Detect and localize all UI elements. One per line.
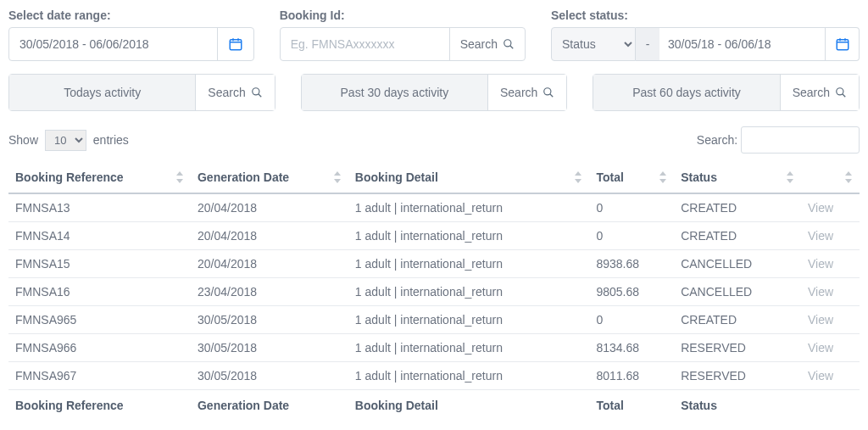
table-row: FMNSA96530/05/20181 adult | internationa… (8, 306, 860, 334)
sort-icon (574, 171, 582, 183)
status-date-input[interactable] (659, 27, 826, 61)
calendar-icon[interactable] (217, 28, 253, 60)
status-label: Select status: (551, 8, 860, 22)
cell-date: 23/04/2018 (191, 278, 348, 306)
cell-status: RESERVED (674, 334, 801, 362)
cell-detail: 1 adult | international_return (348, 362, 590, 390)
status-group: Status - (551, 27, 860, 61)
calendar-icon[interactable] (826, 27, 860, 61)
cell-detail: 1 adult | international_return (348, 250, 590, 278)
svg-point-1 (504, 40, 511, 47)
cell-ref: FMNSA967 (8, 362, 191, 390)
entries-control: Show 10 entries (8, 130, 129, 151)
view-link[interactable]: View (801, 362, 860, 390)
cell-total: 8938.68 (589, 250, 674, 278)
foot-generation-date: Generation Date (191, 390, 348, 422)
svg-point-4 (544, 88, 551, 95)
cell-status: RESERVED (674, 362, 801, 390)
foot-booking-reference: Booking Reference (8, 390, 191, 422)
cell-ref: FMNSA966 (8, 334, 191, 362)
cell-detail: 1 adult | international_return (348, 334, 590, 362)
booking-id-search-label: Search (460, 37, 498, 51)
cell-detail: 1 adult | international_return (348, 306, 590, 334)
search-icon (835, 87, 847, 98)
cell-status: CANCELLED (674, 250, 801, 278)
foot-status: Status (674, 390, 801, 422)
cell-total: 8011.68 (589, 362, 674, 390)
col-action[interactable] (801, 162, 860, 193)
search-icon (542, 87, 554, 98)
quick-60days-label: Past 60 days activity (593, 75, 779, 110)
quick-30days-label: Past 30 days activity (302, 75, 487, 110)
cell-total: 8134.68 (589, 334, 674, 362)
svg-rect-0 (230, 40, 242, 50)
foot-booking-detail: Booking Detail (348, 390, 590, 422)
svg-point-5 (837, 88, 843, 95)
date-range-group (8, 27, 254, 61)
cell-total: 0 (589, 306, 674, 334)
col-generation-date[interactable]: Generation Date (191, 162, 348, 193)
page-size-select[interactable]: 10 (45, 130, 86, 151)
table-row: FMNSA1320/04/20181 adult | international… (8, 193, 860, 222)
foot-total: Total (589, 390, 674, 422)
quick-30days-search[interactable]: Search (487, 75, 566, 110)
cell-ref: FMNSA965 (8, 306, 191, 334)
view-link[interactable]: View (801, 193, 860, 222)
sort-icon (175, 171, 184, 183)
booking-id-search-button[interactable]: Search (449, 28, 525, 60)
cell-status: CREATED (674, 306, 801, 334)
quick-60days: Past 60 days activity Search (593, 74, 860, 111)
cell-total: 0 (589, 222, 674, 250)
booking-id-input[interactable] (281, 28, 449, 60)
cell-status: CREATED (674, 222, 801, 250)
col-status[interactable]: Status (674, 162, 801, 193)
cell-ref: FMNSA15 (8, 250, 191, 278)
bookings-table: Booking Reference Generation Date Bookin… (8, 162, 860, 421)
cell-detail: 1 adult | international_return (348, 193, 590, 222)
quick-today-search[interactable]: Search (195, 75, 274, 110)
cell-date: 20/04/2018 (191, 250, 348, 278)
view-link[interactable]: View (801, 222, 860, 250)
sort-icon (333, 171, 342, 183)
cell-date: 30/05/2018 (191, 334, 348, 362)
table-row: FMNSA1520/04/20181 adult | international… (8, 250, 860, 278)
cell-status: CANCELLED (674, 278, 801, 306)
date-range-input[interactable] (9, 28, 217, 60)
booking-id-group: Search (280, 27, 526, 61)
sort-icon (844, 171, 853, 183)
cell-date: 30/05/2018 (191, 362, 348, 390)
cell-detail: 1 adult | international_return (348, 222, 590, 250)
search-icon (251, 87, 263, 98)
cell-date: 20/04/2018 (191, 222, 348, 250)
view-link[interactable]: View (801, 334, 860, 362)
table-row: FMNSA1623/04/20181 adult | international… (8, 278, 860, 306)
quick-today-label: Todays activity (9, 75, 195, 110)
search-icon (503, 38, 515, 50)
view-link[interactable]: View (801, 250, 860, 278)
cell-date: 20/04/2018 (191, 193, 348, 222)
quick-filters: Todays activity Search Past 30 days acti… (8, 74, 860, 111)
sort-icon (786, 171, 794, 183)
cell-total: 0 (589, 193, 674, 222)
view-link[interactable]: View (801, 306, 860, 334)
cell-status: CREATED (674, 193, 801, 222)
table-search: Search: (697, 126, 860, 154)
col-booking-detail[interactable]: Booking Detail (348, 162, 590, 193)
col-total[interactable]: Total (589, 162, 674, 193)
quick-today: Todays activity Search (8, 74, 275, 111)
table-row: FMNSA1420/04/20181 adult | international… (8, 222, 860, 250)
table-row: FMNSA96730/05/20181 adult | internationa… (8, 362, 860, 390)
table-search-input[interactable] (741, 126, 860, 154)
cell-total: 9805.68 (589, 278, 674, 306)
quick-60days-search[interactable]: Search (780, 75, 859, 110)
cell-date: 30/05/2018 (191, 306, 348, 334)
status-select[interactable]: Status (551, 27, 636, 61)
status-dash: - (636, 27, 659, 61)
view-link[interactable]: View (801, 278, 860, 306)
svg-rect-2 (837, 40, 849, 50)
quick-30days: Past 30 days activity Search (301, 74, 568, 111)
booking-id-label: Booking Id: (280, 8, 526, 22)
col-booking-reference[interactable]: Booking Reference (8, 162, 191, 193)
cell-ref: FMNSA16 (8, 278, 191, 306)
cell-ref: FMNSA13 (8, 193, 191, 222)
